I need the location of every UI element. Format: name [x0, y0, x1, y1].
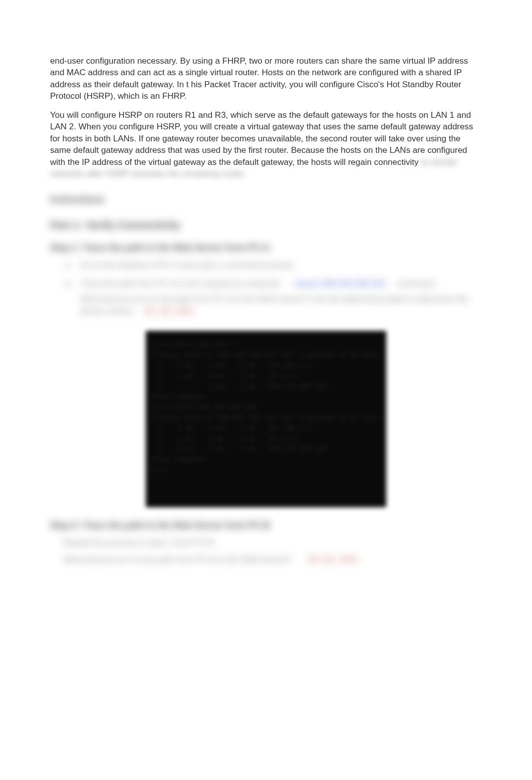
terminal-line: C:\>	[151, 465, 381, 476]
step3-section: Step 3: Trace the path to the Web Server…	[50, 519, 482, 565]
terminal-line: Trace complete.	[151, 392, 381, 403]
step1-b-command: tracert 209.165.200.226	[295, 279, 385, 288]
step1-question-line2: device names. R1, R2, ISPa	[80, 305, 482, 317]
terminal-line: 2 1 ms 1 ms 0 ms 10.1.1.2	[151, 434, 381, 445]
step1-a-text: Go to the desktop of PC-A and open a com…	[80, 260, 295, 270]
step3-question: What devices are on the path from PC-B t…	[63, 555, 292, 564]
terminal-line: C:\>tracert 209.165.200.226	[151, 403, 381, 413]
terminal-line: 1 1 ms 0 ms 0 ms 192.168.1.1	[151, 361, 381, 371]
list-marker-b: b.	[65, 278, 72, 289]
step1-item-b: b. Trace the path from PC-A to the netwo…	[76, 278, 482, 317]
terminal-line: C:\>tracert 209.165.***	[151, 340, 381, 350]
document-page: end-user configuration necessary. By usi…	[0, 0, 532, 565]
step3-body: Repeat the process in step 1 from PC-B. …	[50, 537, 482, 565]
step3-body-line2: What devices are on the path from PC-B t…	[63, 554, 482, 565]
step1-b-post: command.	[397, 279, 437, 288]
terminal-output: C:\>tracert 209.165.*** Tracing route to…	[146, 331, 386, 507]
step1-b-pre: Trace the path from PC-A to the network …	[80, 279, 281, 288]
part1-heading: Part 1: Verify Connectivity	[50, 218, 482, 233]
terminal-line: Tracing route to 209.165.200.226 over a …	[151, 413, 381, 424]
terminal-line: 3 * 1 ms 2 ms 209.165.200.226	[151, 382, 381, 393]
paragraph-hsrp-config: You will configure HSRP on routers R1 an…	[50, 109, 482, 180]
step1-question-line1: What devices are on the path from PC-A t…	[80, 293, 482, 305]
step3-answer: R3, R2, ISPa	[308, 555, 358, 564]
step3-heading: Step 3: Trace the path to the Web Server…	[50, 519, 482, 532]
instructions-heading: Instructions	[50, 193, 482, 206]
paragraph-hsrp-visible: You will configure HSRP on routers R1 an…	[50, 110, 473, 167]
terminal-line: 1 1 ms 0 ms 0 ms 192.168.1.1	[151, 424, 381, 434]
step1-list: a. Go to the desktop of PC-A and open a …	[50, 259, 482, 317]
step1-item-a: a. Go to the desktop of PC-A and open a …	[76, 259, 482, 271]
paragraph-fhrp-intro: end-user configuration necessary. By usi…	[50, 55, 482, 102]
step1-q-prefix: device names.	[80, 306, 135, 316]
step1-heading: Step 1: Trace the path to the Web Server…	[50, 242, 482, 254]
list-marker-a: a.	[65, 259, 72, 271]
step1-answer: R1, R2, ISPa	[145, 306, 194, 316]
terminal-line: Tracing route to 209.165.200.226 over a …	[151, 350, 381, 361]
terminal-line: Trace complete.	[151, 455, 381, 465]
step3-body-line1: Repeat the process in step 1 from PC-B.	[63, 537, 482, 548]
terminal-line: 2 1 ms 0 ms 1 ms 10.1.1.2	[151, 371, 381, 382]
terminal-line: 3 0 ms 1 ms 2 ms 209.165.200.226	[151, 444, 381, 455]
